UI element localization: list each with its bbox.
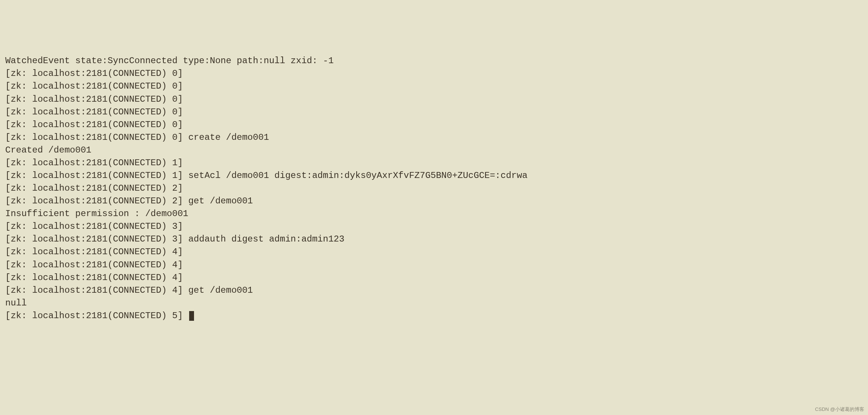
terminal-line: [zk: localhost:2181(CONNECTED) 0] (5, 106, 863, 119)
terminal-line: Insufficient permission : /demo001 (5, 208, 863, 220)
terminal-line: [zk: localhost:2181(CONNECTED) 3] (5, 220, 863, 233)
terminal-line: null (5, 297, 863, 310)
terminal-line: [zk: localhost:2181(CONNECTED) 4] (5, 259, 863, 271)
terminal-line: [zk: localhost:2181(CONNECTED) 0] (5, 80, 863, 93)
terminal-line: Created /demo001 (5, 144, 863, 157)
prompt-text: [zk: localhost:2181(CONNECTED) 5] (5, 311, 188, 321)
terminal-line: [zk: localhost:2181(CONNECTED) 4] get /d… (5, 284, 863, 297)
terminal-line: [zk: localhost:2181(CONNECTED) 1] setAcl… (5, 169, 863, 182)
terminal-prompt[interactable]: [zk: localhost:2181(CONNECTED) 5] (5, 310, 863, 322)
terminal-line: [zk: localhost:2181(CONNECTED) 0] create… (5, 131, 863, 144)
terminal-line: [zk: localhost:2181(CONNECTED) 4] (5, 246, 863, 258)
terminal-line: [zk: localhost:2181(CONNECTED) 2] get /d… (5, 195, 863, 208)
terminal-line: WatchedEvent state:SyncConnected type:No… (5, 55, 863, 67)
terminal-line: [zk: localhost:2181(CONNECTED) 0] (5, 119, 863, 131)
cursor-icon (189, 311, 194, 321)
terminal-line: [zk: localhost:2181(CONNECTED) 3] addaut… (5, 233, 863, 246)
terminal-output[interactable]: WatchedEvent state:SyncConnected type:No… (5, 55, 863, 322)
terminal-line: [zk: localhost:2181(CONNECTED) 0] (5, 93, 863, 106)
terminal-line: [zk: localhost:2181(CONNECTED) 2] (5, 182, 863, 195)
watermark-text: CSDN @小诸葛的博客 (815, 406, 864, 413)
terminal-line: [zk: localhost:2181(CONNECTED) 1] (5, 157, 863, 169)
terminal-line: [zk: localhost:2181(CONNECTED) 4] (5, 271, 863, 284)
terminal-line: [zk: localhost:2181(CONNECTED) 0] (5, 67, 863, 80)
